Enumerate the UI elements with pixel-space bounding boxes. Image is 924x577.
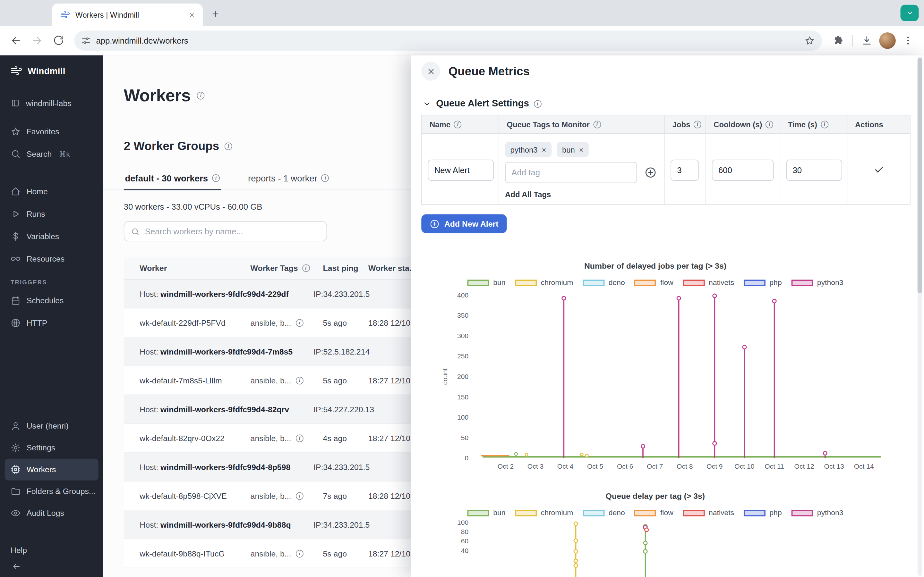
remove-tag-icon[interactable]: ×	[541, 145, 546, 154]
sidebar-item-runs[interactable]: Runs	[0, 203, 103, 225]
new-tab-button[interactable]	[208, 6, 223, 21]
col-worker-tags: Worker Tags	[250, 264, 323, 273]
add-all-tags-button[interactable]: Add All Tags	[505, 190, 658, 199]
alert-name-input[interactable]	[428, 160, 494, 181]
toolbar-divider	[852, 34, 853, 46]
tab-search-chevron-button[interactable]	[901, 5, 919, 21]
extensions-icon[interactable]	[828, 31, 848, 50]
legend-chromium[interactable]: chromium	[515, 279, 573, 287]
sidebar-item-workers[interactable]: Workers	[5, 459, 99, 480]
drawer-scrollbar[interactable]	[918, 56, 922, 576]
add-tag-input[interactable]	[505, 162, 637, 183]
profile-button[interactable]	[878, 31, 897, 50]
host-name: Host: windmill-workers-9fdfc99d4-7m8s5	[140, 347, 313, 356]
last-ping: 4s ago	[323, 434, 368, 443]
svg-text:350: 350	[457, 311, 468, 319]
info-icon[interactable]	[302, 264, 310, 272]
confirm-check-icon[interactable]	[874, 164, 885, 175]
reload-button[interactable]	[48, 31, 68, 50]
svg-text:Oct 7: Oct 7	[647, 463, 663, 470]
collapse-sidebar-button[interactable]	[0, 559, 103, 577]
jobs-input[interactable]	[670, 160, 699, 181]
legend-chromium[interactable]: chromium	[515, 509, 573, 517]
sidebar-item-resources[interactable]: Resources	[0, 247, 103, 269]
legend-deno[interactable]: deno	[583, 509, 625, 517]
tag-chips: python3×bun×	[505, 142, 658, 157]
info-icon[interactable]	[212, 174, 220, 182]
legend-nativets[interactable]: nativets	[683, 279, 734, 287]
sidebar-item-audit-logs[interactable]: Audit Logs	[0, 502, 103, 524]
sidebar-item-user[interactable]: User (henri)	[0, 415, 103, 437]
close-drawer-button[interactable]	[421, 62, 440, 81]
worker-search-input[interactable]	[145, 227, 320, 236]
info-icon[interactable]	[296, 377, 304, 384]
add-tag-button[interactable]	[643, 164, 658, 181]
info-icon[interactable]	[821, 121, 829, 128]
workspace-selector[interactable]: windmill-labs	[0, 92, 103, 114]
sidebar-item-search[interactable]: Search ⌘k	[0, 142, 103, 165]
info-icon[interactable]	[533, 100, 541, 107]
info-icon[interactable]	[766, 121, 774, 128]
sidebar-item-home[interactable]: Home	[0, 180, 103, 203]
sidebar-item-http[interactable]: HTTP	[0, 311, 103, 334]
legend-nativets[interactable]: nativets	[683, 509, 734, 517]
info-icon[interactable]	[197, 92, 205, 100]
remove-tag-icon[interactable]: ×	[579, 145, 583, 154]
downloads-button[interactable]	[857, 31, 877, 50]
legend-flow[interactable]: flow	[634, 509, 674, 517]
info-icon[interactable]	[296, 492, 304, 500]
chart-legend: bunchromiumdenoflownativetsphppython3	[411, 509, 900, 517]
cpu-icon	[11, 464, 21, 474]
tab-reports-group[interactable]: reports - 1 worker	[247, 168, 330, 190]
legend-deno[interactable]: deno	[583, 279, 625, 287]
sidebar-item-favorites[interactable]: Favorites	[0, 120, 103, 143]
info-icon[interactable]	[321, 174, 329, 182]
address-bar[interactable]: app.windmill.dev/workers	[74, 31, 822, 50]
tag-chip-python3[interactable]: python3×	[505, 142, 551, 157]
triggers-section-label: TRIGGERS	[0, 269, 103, 289]
time-input[interactable]	[786, 160, 842, 181]
gear-icon	[11, 443, 21, 453]
info-icon[interactable]	[454, 121, 462, 128]
sidebar-item-schedules[interactable]: Schedules	[0, 289, 103, 311]
browser-menu-button[interactable]	[898, 31, 918, 50]
info-icon[interactable]	[694, 121, 701, 128]
info-icon[interactable]	[593, 121, 601, 128]
legend-swatch	[634, 279, 656, 286]
sidebar-item-folders-groups[interactable]: Folders & Groups...	[0, 480, 103, 502]
legend-swatch	[467, 510, 489, 516]
browser-tab[interactable]: Workers | Windmill	[52, 3, 203, 26]
close-tab-icon[interactable]	[186, 9, 197, 20]
legend-php[interactable]: php	[744, 279, 782, 287]
svg-text:Oct 4: Oct 4	[557, 463, 573, 470]
svg-text:Oct 6: Oct 6	[617, 463, 633, 470]
info-icon[interactable]	[296, 550, 304, 558]
bookmark-star-icon[interactable]	[804, 35, 815, 45]
tag-chip-bun[interactable]: bun×	[557, 142, 589, 157]
site-settings-icon[interactable]	[81, 35, 90, 45]
tab-default-group[interactable]: default - 30 workers	[124, 168, 221, 190]
sidebar-item-help[interactable]: Help	[0, 540, 103, 559]
legend-bun[interactable]: bun	[467, 509, 505, 517]
forward-button[interactable]	[27, 31, 47, 50]
search-icon	[11, 149, 21, 159]
svg-text:40: 40	[461, 547, 468, 554]
svg-text:Oct 12: Oct 12	[794, 463, 814, 470]
info-icon[interactable]	[225, 142, 232, 150]
legend-flow[interactable]: flow	[634, 279, 674, 287]
info-icon[interactable]	[296, 319, 304, 327]
legend-python3[interactable]: python3	[791, 509, 843, 517]
add-new-alert-button[interactable]: Add New Alert	[421, 214, 507, 234]
legend-php[interactable]: php	[744, 509, 782, 517]
queue-alert-settings-toggle[interactable]: Queue Alert Settings	[423, 98, 924, 109]
worker-search[interactable]	[124, 221, 327, 242]
legend-python3[interactable]: python3	[791, 279, 843, 287]
cooldown-input[interactable]	[712, 160, 774, 181]
info-icon[interactable]	[296, 434, 304, 442]
legend-bun[interactable]: bun	[467, 279, 505, 287]
windmill-brand[interactable]: Windmill	[0, 55, 103, 77]
sidebar-item-variables[interactable]: Variables	[0, 225, 103, 247]
back-button[interactable]	[6, 31, 26, 50]
sidebar-item-settings[interactable]: Settings	[0, 437, 103, 459]
svg-text:80: 80	[461, 528, 468, 535]
